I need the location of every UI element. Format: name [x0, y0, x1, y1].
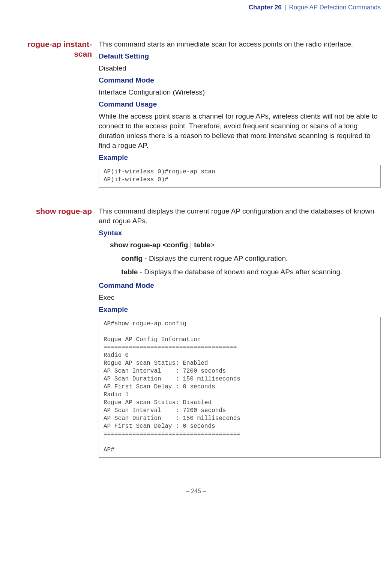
command-mode-label: Command Mode [99, 281, 381, 290]
syntax-param-table: table - Displays the database of known a… [121, 267, 381, 277]
example-code-block: AP#show rogue-ap config Rogue AP Config … [99, 317, 381, 458]
example-code-block: AP(if-wireless 0)#rogue-ap scan AP(if-wi… [99, 165, 381, 188]
command-entry-show-rogue-ap: show rogue-ap This command displays the … [11, 206, 381, 458]
command-usage-label: Command Usage [99, 99, 381, 109]
syntax-part: table [194, 241, 210, 249]
command-intro: This command displays the current rogue … [99, 206, 381, 226]
syntax-part: show rogue-ap <config [110, 241, 188, 249]
running-header: Chapter 26 | Rogue AP Detection Commands [0, 0, 392, 11]
param-desc: - Displays the database of known and rog… [138, 268, 342, 276]
command-mode-label: Command Mode [99, 75, 381, 85]
syntax-label: Syntax [99, 228, 381, 238]
syntax-sep: | [188, 241, 194, 249]
command-mode-value: Interface Configuration (Wireless) [99, 87, 381, 97]
param-desc: - Displays the current rogue AP configur… [143, 254, 288, 262]
example-label: Example [99, 305, 381, 314]
command-name: rogue-ap instant-scan [11, 39, 99, 59]
command-intro: This command starts an immediate scan fo… [99, 39, 381, 49]
syntax-tail: > [210, 241, 215, 249]
default-setting-value: Disabled [99, 63, 381, 73]
chapter-label: Chapter 26 [249, 4, 282, 11]
syntax-line: show rogue-ap <config | table> [110, 240, 381, 250]
page-footer: – 245 – [0, 477, 392, 502]
page-number: – 245 – [186, 488, 206, 494]
syntax-param-config: config - Displays the current rogue AP c… [121, 254, 381, 263]
default-setting-label: Default Setting [99, 51, 381, 61]
chapter-title: Rogue AP Detection Commands [289, 4, 381, 11]
param-name: config [121, 254, 143, 262]
example-label: Example [99, 153, 381, 162]
command-mode-value: Exec [99, 293, 381, 302]
command-usage-text: While the access point scans a channel f… [99, 111, 381, 150]
param-name: table [121, 268, 138, 276]
command-entry-rogue-ap-instant-scan: rogue-ap instant-scan This command start… [11, 39, 381, 188]
chapter-separator: | [283, 4, 287, 11]
command-name: show rogue-ap [11, 206, 99, 216]
